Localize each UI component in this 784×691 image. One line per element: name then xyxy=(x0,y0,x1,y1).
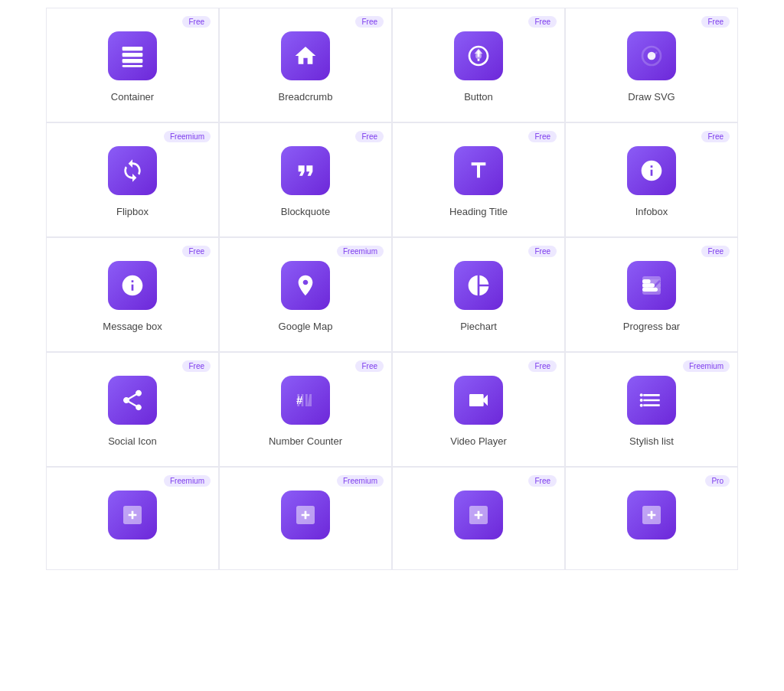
card-social-icon[interactable]: Free Social Icon xyxy=(46,352,219,467)
card-draw-svg[interactable]: Free Draw SVG xyxy=(565,8,738,122)
icon-wrap-item17 xyxy=(108,491,157,539)
card-label-message-box: Message box xyxy=(103,321,162,332)
badge-stylish-list: Freemium xyxy=(683,360,730,372)
icon-wrap-number-counter: # xyxy=(281,376,330,425)
card-label-video-player: Video Player xyxy=(450,435,506,447)
svg-rect-0 xyxy=(122,47,143,51)
icon-wrap-video-player xyxy=(454,376,503,425)
card-google-map[interactable]: Freemium Google Map xyxy=(219,237,392,352)
card-label-flipbox: Flipbox xyxy=(116,206,149,217)
badge-flipbox: Freemium xyxy=(164,131,211,142)
icon-wrap-blockquote xyxy=(281,146,330,195)
badge-blockquote: Free xyxy=(355,131,384,142)
icon-wrap-progress-bar xyxy=(627,261,676,310)
card-label-button: Button xyxy=(464,91,493,103)
icon-wrap-button xyxy=(454,31,503,80)
card-item19[interactable]: Free xyxy=(392,467,565,570)
icon-wrap-message-box xyxy=(108,261,157,310)
card-flipbox[interactable]: Freemium Flipbox xyxy=(46,122,219,237)
badge-video-player: Free xyxy=(528,360,557,372)
icon-wrap-piechart xyxy=(454,261,503,310)
badge-item19: Free xyxy=(528,475,557,487)
widget-grid: Free Container Free Breadcrumb Free Butt… xyxy=(0,0,784,578)
card-label-heading-title: Heading Title xyxy=(449,206,508,217)
icon-wrap-item20 xyxy=(627,491,676,539)
icon-wrap-item19 xyxy=(454,491,503,539)
icon-wrap-container xyxy=(108,31,157,80)
card-label-container: Container xyxy=(111,91,154,103)
svg-point-5 xyxy=(648,52,656,60)
badge-piechart: Free xyxy=(528,246,557,257)
card-stylish-list[interactable]: Freemium Stylish list xyxy=(565,352,738,467)
card-label-stylish-list: Stylish list xyxy=(629,435,674,447)
badge-draw-svg: Free xyxy=(701,16,730,28)
badge-infobox: Free xyxy=(701,131,730,142)
svg-text:#: # xyxy=(296,394,302,406)
icon-wrap-breadcrumb xyxy=(281,31,330,80)
card-piechart[interactable]: Free Piechart xyxy=(392,237,565,352)
card-label-google-map: Google Map xyxy=(279,321,333,332)
card-label-progress-bar: Progress bar xyxy=(623,321,680,332)
card-item20[interactable]: Pro xyxy=(565,467,738,570)
badge-container: Free xyxy=(182,16,211,28)
card-container[interactable]: Free Container xyxy=(46,8,219,122)
icon-wrap-draw-svg xyxy=(627,31,676,80)
badge-item20: Pro xyxy=(705,475,730,487)
card-item17[interactable]: Freemium xyxy=(46,467,219,570)
card-message-box[interactable]: Free Message box xyxy=(46,237,219,352)
badge-button: Free xyxy=(528,16,557,28)
card-label-breadcrumb: Breadcrumb xyxy=(279,91,333,103)
icon-wrap-social-icon xyxy=(108,376,157,425)
card-label-piechart: Piechart xyxy=(460,321,497,332)
card-breadcrumb[interactable]: Free Breadcrumb xyxy=(219,8,392,122)
badge-progress-bar: Free xyxy=(701,246,730,257)
icon-wrap-google-map xyxy=(281,261,330,310)
card-button[interactable]: Free Button xyxy=(392,8,565,122)
badge-google-map: Freemium xyxy=(337,246,384,257)
card-label-blockquote: Blockquote xyxy=(281,206,330,217)
card-number-counter[interactable]: Free # Number Counter xyxy=(219,352,392,467)
svg-point-14 xyxy=(640,399,643,402)
card-label-draw-svg: Draw SVG xyxy=(628,91,675,103)
card-heading-title[interactable]: Free Heading Title xyxy=(392,122,565,237)
svg-point-13 xyxy=(640,393,643,396)
card-label-number-counter: Number Counter xyxy=(269,435,342,447)
icon-wrap-item18 xyxy=(281,491,330,539)
card-label-infobox: Infobox xyxy=(635,206,668,217)
badge-social-icon: Free xyxy=(182,360,211,372)
icon-wrap-infobox xyxy=(627,146,676,195)
card-label-social-icon: Social Icon xyxy=(108,435,157,447)
card-infobox[interactable]: Free Infobox xyxy=(565,122,738,237)
badge-item18: Freemium xyxy=(337,475,384,487)
card-item18[interactable]: Freemium xyxy=(219,467,392,570)
svg-rect-1 xyxy=(122,53,143,57)
svg-rect-2 xyxy=(122,59,143,63)
svg-rect-9 xyxy=(642,279,651,283)
svg-rect-7 xyxy=(642,283,655,287)
icon-wrap-heading-title xyxy=(454,146,503,195)
card-video-player[interactable]: Free Video Player xyxy=(392,352,565,467)
icon-wrap-stylish-list xyxy=(627,376,676,425)
svg-rect-11 xyxy=(642,288,658,292)
card-blockquote[interactable]: Free Blockquote xyxy=(219,122,392,237)
card-progress-bar[interactable]: Free Progress bar xyxy=(565,237,738,352)
badge-heading-title: Free xyxy=(528,131,557,142)
badge-message-box: Free xyxy=(182,246,211,257)
badge-number-counter: Free xyxy=(355,360,384,372)
svg-rect-3 xyxy=(122,65,143,67)
badge-breadcrumb: Free xyxy=(355,16,384,28)
badge-item17: Freemium xyxy=(164,475,211,487)
svg-point-15 xyxy=(640,404,643,407)
icon-wrap-flipbox xyxy=(108,146,157,195)
